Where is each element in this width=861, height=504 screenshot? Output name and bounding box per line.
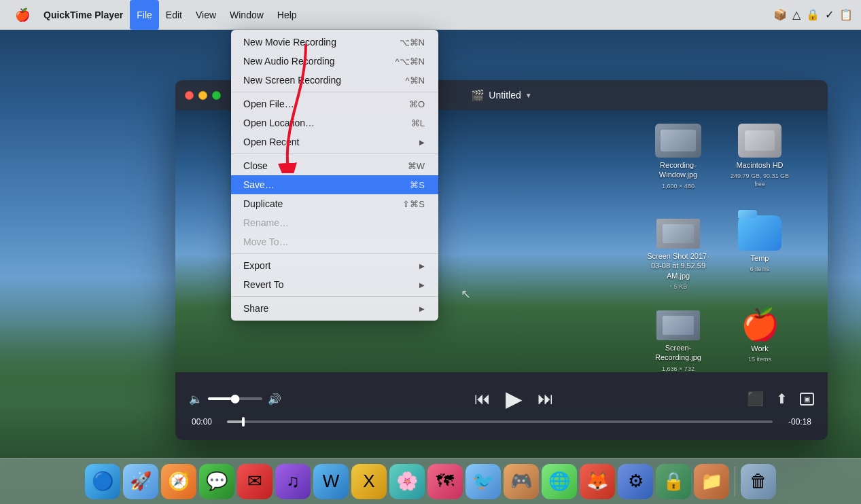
google-drive-icon[interactable]: △: [792, 8, 801, 21]
edit-menu-trigger[interactable]: Edit: [159, 0, 189, 30]
dock-firefox[interactable]: 🦊: [580, 464, 615, 499]
progress-row: 00:00 -00:18: [189, 417, 814, 427]
menu-item-open-file[interactable]: Open File… ⌘O: [231, 94, 438, 113]
dock-steam[interactable]: 🎮: [504, 464, 539, 499]
menu-item-new-screen[interactable]: New Screen Recording ^⌘N: [231, 71, 438, 90]
time-remaining: -00:18: [781, 417, 811, 427]
desktop-icon-macintosh-hd: Macintosh HD 249.79 GB, 90.31 GB free: [726, 124, 794, 189]
airplay-icon[interactable]: ⬛: [747, 391, 764, 407]
qt-title-icon: 🎬: [471, 89, 485, 102]
file-menu-trigger[interactable]: File: [130, 0, 159, 30]
dock-preferences[interactable]: ⚙: [618, 464, 653, 499]
menu-item-new-audio[interactable]: New Audio Recording ^⌥⌘N: [231, 52, 438, 71]
rewind-button[interactable]: ⏮: [474, 389, 491, 408]
progress-thumb[interactable]: [242, 417, 245, 427]
file-menu-dropdown: New Movie Recording ⌥⌘N New Audio Record…: [231, 30, 438, 321]
menu-sep-4: [231, 296, 438, 297]
desktop-icon-work: 🍎 Work 15 items: [726, 307, 794, 364]
volume-low-icon[interactable]: 🔈: [189, 393, 203, 406]
dock-excel[interactable]: X: [351, 464, 387, 499]
controls-main-row: 🔈 🔊 ⏮ ▶ ⏭ ⬛ ⬆ ▣: [189, 386, 814, 412]
volume-track[interactable]: [208, 397, 262, 400]
share-icon[interactable]: ⬆: [776, 391, 788, 407]
menubar: 🍎 QuickTime Player File Edit View Window…: [0, 0, 861, 30]
desktop-icon-recording-window: Recording-Window.jpg 1,600 × 480: [644, 124, 712, 190]
dock-photos[interactable]: 🌸: [389, 464, 425, 499]
window-title-text: Untitled: [489, 90, 521, 101]
desktop-icon-temp: Temp 6 items: [726, 215, 794, 274]
dock-safari[interactable]: 🧭: [161, 464, 196, 499]
menubar-right: 📦 △ 🔒 ✓ 📋: [773, 8, 853, 21]
volume-knob[interactable]: [231, 395, 240, 403]
app-name-menu[interactable]: QuickTime Player: [37, 0, 130, 30]
minimize-button[interactable]: [198, 91, 207, 100]
window-title: 🎬 Untitled ▼: [471, 89, 531, 102]
apple-menu[interactable]: 🍎: [8, 0, 37, 30]
dock-itunes[interactable]: ♫: [275, 464, 311, 499]
menu-item-revert-to[interactable]: Revert To ▶: [231, 275, 438, 294]
dock-finder[interactable]: 🔵: [85, 464, 120, 499]
progress-track[interactable]: [227, 420, 773, 423]
dock-trash[interactable]: 🗑: [741, 464, 776, 499]
volume-high-icon: 🔊: [268, 393, 281, 406]
progress-fill: [227, 420, 243, 423]
menu-item-open-recent[interactable]: Open Recent ▶: [231, 132, 438, 151]
dock-app1[interactable]: 🔒: [656, 464, 691, 499]
dock: 🔵 🚀 🧭 💬 ✉ ♫ W X 🌸 🗺 🐦 🎮 🌐 🦊 ⚙ 🔒 📁 🗑: [0, 458, 861, 504]
close-button[interactable]: [185, 91, 194, 100]
window-menu-trigger[interactable]: Window: [223, 0, 270, 30]
volume-control: 🔈 🔊: [189, 393, 281, 406]
dock-word[interactable]: W: [313, 464, 349, 499]
dock-chrome[interactable]: 🌐: [542, 464, 577, 499]
right-controls: ⬛ ⬆ ▣: [747, 391, 814, 407]
qt-controls-bar: 🔈 🔊 ⏮ ▶ ⏭ ⬛ ⬆ ▣: [175, 372, 828, 440]
view-menu-trigger[interactable]: View: [189, 0, 223, 30]
menu-item-save[interactable]: Save… ⌘S: [231, 175, 438, 194]
menu-item-share[interactable]: Share ▶: [231, 299, 438, 318]
dock-twitter[interactable]: 🐦: [465, 464, 501, 499]
menu-item-export[interactable]: Export ▶: [231, 256, 438, 275]
time-current: 00:00: [192, 417, 219, 427]
menu-item-new-movie[interactable]: New Movie Recording ⌥⌘N: [231, 33, 438, 52]
help-menu-trigger[interactable]: Help: [270, 0, 304, 30]
menu-item-rename: Rename…: [231, 213, 438, 232]
picture-in-picture-icon[interactable]: ▣: [800, 393, 814, 406]
title-chevron-icon[interactable]: ▼: [525, 92, 532, 99]
1password-icon[interactable]: 🔒: [806, 8, 820, 21]
dropbox-icon[interactable]: 📦: [773, 8, 787, 21]
dock-maps[interactable]: 🗺: [427, 464, 463, 499]
dock-app2[interactable]: 📁: [694, 464, 729, 499]
playback-controls: ⏮ ▶ ⏭: [295, 386, 733, 412]
menu-sep-3: [231, 253, 438, 254]
maximize-button[interactable]: [212, 91, 221, 100]
menu-item-move-to: Move To…: [231, 232, 438, 251]
check-icon[interactable]: ✓: [825, 8, 834, 21]
menu-item-close[interactable]: Close ⌘W: [231, 156, 438, 175]
menu-sep-2: [231, 154, 438, 154]
dock-separator: [735, 467, 735, 497]
desktop-icon-screenshot: Screen Shot 2017-03-08 at 9.52.59 AM.jpg…: [644, 219, 712, 291]
desktop: 🍎 QuickTime Player File Edit View Window…: [0, 0, 861, 504]
dock-launchpad[interactable]: 🚀: [123, 464, 158, 499]
dock-mail[interactable]: ✉: [237, 464, 273, 499]
menu-sep-1: [231, 92, 438, 92]
cursor-indicator: ↖: [461, 287, 471, 302]
fast-forward-button[interactable]: ⏭: [538, 389, 554, 408]
dock-messages[interactable]: 💬: [199, 464, 234, 499]
play-pause-button[interactable]: ▶: [506, 386, 523, 412]
desktop-icon-screen-recording: Screen-Recording.jpg 1,636 × 732: [644, 310, 712, 372]
menu-item-open-location[interactable]: Open Location… ⌘L: [231, 113, 438, 132]
clipboard-icon[interactable]: 📋: [839, 8, 853, 21]
menu-item-duplicate[interactable]: Duplicate ⇧⌘S: [231, 194, 438, 213]
